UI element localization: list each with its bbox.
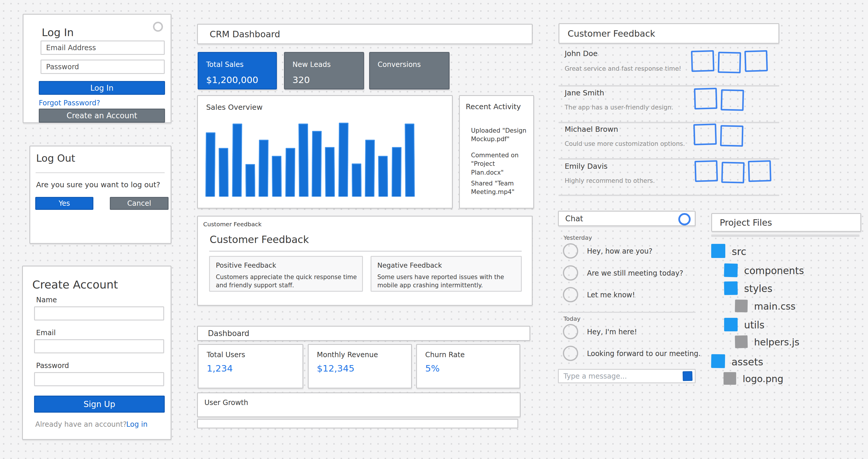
create-account-button[interactable]: Create an Account (39, 108, 165, 123)
positive-feedback-title: Positive Feedback (216, 261, 276, 269)
email-field[interactable] (34, 339, 164, 353)
login-button[interactable]: Log In (39, 81, 165, 95)
customer-feedback-heading: Customer Feedback (210, 234, 309, 245)
folder-icon (724, 318, 738, 331)
sales-bar (285, 148, 295, 197)
review-comment: Highly recommend to others. (565, 177, 655, 184)
logout-title: Log Out (36, 152, 75, 164)
password-field[interactable] (34, 372, 164, 386)
tree-item-label: main.css (754, 301, 796, 312)
wireframe-canvas: { "login_panel": { "title": "Log In", "e… (0, 0, 868, 459)
reviewer-name: Emily Davis (565, 162, 608, 170)
review-comment: The app has a user-friendly design. (565, 104, 673, 111)
divider (558, 195, 779, 196)
divider (711, 234, 860, 237)
user-growth-label: User Growth (205, 398, 248, 407)
send-button[interactable] (683, 371, 693, 381)
folder-icon (711, 354, 725, 368)
sales-bar (232, 123, 242, 197)
sales-bar (205, 132, 216, 197)
review-row[interactable]: Jane Smith The app has a user-friendly d… (558, 87, 779, 122)
review-row[interactable]: Michael Brown Could use more customizati… (558, 123, 779, 158)
review-row[interactable]: John Doe Great service and fast response… (558, 47, 779, 85)
review-comment: Great service and fast response time! (565, 65, 681, 72)
login-title: Log In (42, 26, 74, 38)
rating-square-icon (721, 89, 744, 111)
create-account-panel: Create Account Name Email Password Sign … (22, 266, 172, 440)
metric-monthly-revenue: Monthly Revenue $12,345 (308, 344, 412, 389)
rating-squares (691, 51, 768, 73)
yes-button[interactable]: Yes (35, 197, 93, 210)
feedback-list-title: Customer Feedback (568, 29, 655, 39)
negative-feedback-body: Some users have reported issues with the… (377, 273, 515, 289)
rating-square-icon (694, 88, 717, 109)
sales-bar (378, 156, 388, 197)
feedback-list-header: Customer Feedback (558, 23, 779, 44)
metric-value: $12,345 (317, 363, 354, 373)
rating-square-icon (748, 160, 771, 182)
name-field[interactable] (34, 306, 164, 321)
tree-item-label: logo.png (743, 373, 783, 385)
user-growth-footer-strip (197, 419, 518, 428)
chat-title: Chat (565, 214, 583, 223)
crm-dashboard-titlebar: CRM Dashboard (197, 24, 533, 44)
sales-bar (312, 131, 322, 197)
project-files-header: Project Files (711, 213, 861, 232)
sales-bar (405, 123, 415, 197)
name-label: Name (36, 296, 57, 304)
stat-card-total-sales[interactable]: Total Sales $1,200,000 (197, 52, 277, 90)
crm-dashboard-title: CRM Dashboard (210, 29, 280, 39)
rating-square-icon (691, 50, 714, 72)
folder-icon (711, 244, 725, 258)
customer-feedback-section: Customer Feedback Customer Feedback Posi… (197, 216, 533, 306)
password-label: Password (36, 362, 69, 370)
email-field[interactable] (40, 40, 165, 55)
review-row[interactable]: Emily Davis Highly recommend to others. (558, 160, 779, 195)
chat-message-text: Hey, I'm here! (587, 328, 637, 336)
status-circle-icon (153, 22, 163, 32)
tree-item-label: src (732, 245, 746, 257)
activity-item[interactable]: Uploaded "Design Mockup.pdf" (471, 127, 527, 144)
stat-card-new-leads[interactable]: New Leads 320 (284, 52, 364, 90)
sales-bar (325, 147, 335, 197)
recent-activity-title: Recent Activity (466, 102, 521, 111)
sales-overview-panel: Sales Overview (197, 95, 453, 209)
activity-item[interactable]: Shared "Team Meeting.mp4" (471, 179, 530, 197)
metric-label: Churn Rate (425, 351, 465, 359)
forgot-password-link[interactable]: Forgot Password? (39, 99, 100, 107)
rating-square-icon (693, 124, 717, 145)
activity-item[interactable]: Commented on "Project Plan.docx" (471, 151, 527, 177)
file-icon (735, 335, 748, 348)
password-field[interactable] (40, 60, 165, 74)
stat-card-conversions[interactable]: Conversions (369, 52, 450, 90)
rating-square-icon (718, 52, 741, 73)
login-panel: Log In Log In Forgot Password? Create an… (23, 14, 172, 123)
signup-button[interactable]: Sign Up (34, 396, 165, 413)
metric-label: Total Users (207, 351, 245, 359)
sales-overview-title: Sales Overview (206, 103, 262, 111)
message-input[interactable] (558, 369, 695, 383)
rating-squares (695, 161, 771, 183)
reviewer-name: Michael Brown (565, 125, 618, 134)
customer-feedback-label: Customer Feedback (203, 221, 261, 228)
positive-feedback-box: Positive Feedback Customers appreciate t… (209, 256, 363, 292)
project-files-title: Project Files (720, 218, 772, 228)
logout-message: Are you sure you want to log out? (36, 181, 160, 189)
folder-icon (724, 263, 738, 277)
tree-item-label: styles (744, 283, 772, 294)
signin-footer-text: Already have an account? (35, 420, 127, 428)
status-circle-icon[interactable] (678, 213, 691, 225)
logout-panel: Log Out Are you sure you want to log out… (29, 145, 172, 244)
tree-item-label: helpers.js (754, 337, 799, 348)
reviewer-name: John Doe (565, 49, 597, 58)
avatar-icon (563, 287, 578, 302)
rating-square-icon (720, 125, 744, 147)
tree-item-label: assets (732, 356, 763, 368)
chat-header: Chat (558, 211, 695, 226)
avatar-icon (563, 243, 578, 259)
login-link[interactable]: Log in (126, 420, 147, 428)
recent-activity-panel: Recent Activity Uploaded "Design Mockup.… (459, 95, 534, 209)
cancel-button[interactable]: Cancel (110, 197, 168, 210)
divider (35, 172, 165, 173)
stat-label: Conversions (378, 61, 421, 69)
